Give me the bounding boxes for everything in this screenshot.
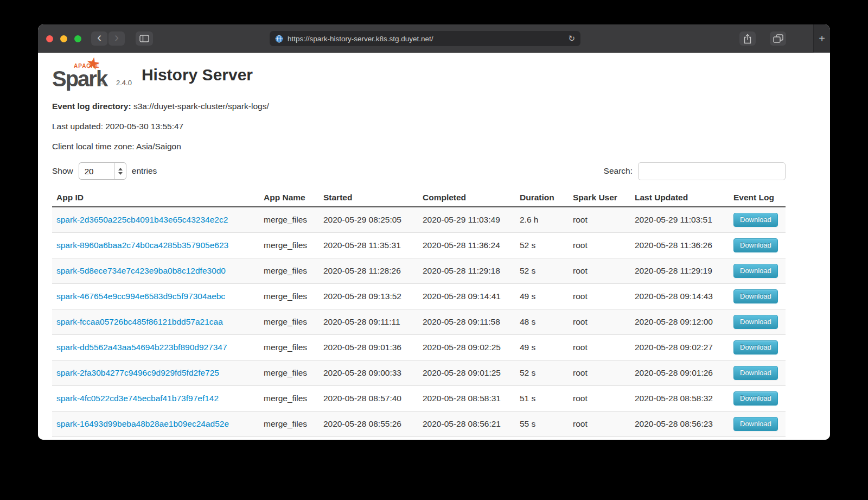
- download-button[interactable]: Download: [733, 340, 778, 355]
- browser-window: ‹ › https://spark-history-server.k8s.stg…: [38, 24, 830, 440]
- search-input[interactable]: [638, 162, 786, 180]
- app-id-cell: spark-2d3650a225cb4091b43e65c43234e2c2: [52, 207, 259, 233]
- app-id-cell: spark-fccaa05726bc485f86121bdd57a21caa: [52, 309, 259, 335]
- page-header: APACHE ★ Spark ™ 2.4.0 History Server: [52, 58, 786, 92]
- column-header-duration[interactable]: Duration: [515, 189, 569, 207]
- event-log-cell: Download: [729, 258, 786, 284]
- column-header-spark-user[interactable]: Spark User: [569, 189, 630, 207]
- started-cell: 2020-05-28 11:35:31: [319, 233, 418, 258]
- close-window-button[interactable]: [46, 35, 53, 42]
- last-updated-cell: 2020-05-28 09:12:00: [630, 309, 729, 335]
- window-controls: [46, 35, 81, 42]
- reload-button[interactable]: ↻: [568, 34, 575, 43]
- started-cell: 2020-05-29 08:25:05: [319, 207, 418, 233]
- forward-button[interactable]: ›: [108, 31, 125, 46]
- table-row: spark-87301b89320f4a3fb671a904c4fad799me…: [52, 437, 786, 440]
- server-info: Event log directory: s3a://duyet-spark-c…: [52, 102, 786, 151]
- app-id-link[interactable]: spark-4fc0522cd3e745ecbaf41b73f97ef142: [56, 394, 219, 403]
- column-header-app-name[interactable]: App Name: [259, 189, 319, 207]
- download-button[interactable]: Download: [733, 289, 778, 303]
- spark-user-cell: root: [569, 360, 630, 386]
- address-bar[interactable]: https://spark-history-server.k8s.stg.duy…: [270, 31, 580, 46]
- download-button[interactable]: Download: [733, 264, 778, 278]
- duration-cell: 51 s: [515, 386, 569, 412]
- sidebar-icon: [139, 35, 149, 42]
- back-button[interactable]: ‹: [91, 31, 107, 46]
- entries-per-page-select[interactable]: 20: [79, 162, 126, 180]
- app-name-cell: merge_files: [259, 335, 319, 360]
- app-id-link[interactable]: spark-dd5562a43aa54694b223bf890d927347: [56, 343, 227, 352]
- search-label: Search:: [604, 166, 633, 176]
- last-updated-cell: 2020-05-28 09:02:27: [630, 335, 729, 360]
- app-id-link[interactable]: spark-467654e9cc994e6583d9c5f97304aebc: [56, 292, 225, 301]
- app-id-link[interactable]: spark-fccaa05726bc485f86121bdd57a21caa: [56, 317, 223, 326]
- duration-cell: 48 s: [515, 309, 569, 335]
- table-row: spark-8960a6baa2c74b0ca4285b357905e623me…: [52, 233, 786, 258]
- event-log-cell: Download: [729, 284, 786, 309]
- download-button[interactable]: Download: [733, 417, 778, 431]
- duration-cell: 2.6 h: [515, 207, 569, 233]
- table-row: spark-467654e9cc994e6583d9c5f97304aebcme…: [52, 284, 786, 309]
- duration-cell: 49 s: [515, 284, 569, 309]
- tab-overview-button[interactable]: [770, 31, 786, 46]
- table-row: spark-4fc0522cd3e745ecbaf41b73f97ef142me…: [52, 386, 786, 412]
- column-header-event-log[interactable]: Event Log: [729, 189, 786, 207]
- started-cell: 2020-05-28 08:57:40: [319, 386, 418, 412]
- table-row: spark-5d8ece734e7c423e9ba0b8c12dfe30d0me…: [52, 258, 786, 284]
- column-header-app-id[interactable]: App ID: [52, 189, 259, 207]
- last-updated-cell: 2020-05-28 08:55:30: [630, 437, 729, 440]
- event-log-cell: Download: [729, 233, 786, 258]
- app-id-cell: spark-dd5562a43aa54694b223bf890d927347: [52, 335, 259, 360]
- event-log-cell: Download: [729, 386, 786, 412]
- event-log-directory-label: Event log directory:: [52, 102, 131, 111]
- page-content: APACHE ★ Spark ™ 2.4.0 History Server Ev…: [38, 53, 830, 440]
- column-header-started[interactable]: Started: [319, 189, 418, 207]
- started-cell: 2020-05-28 09:13:52: [319, 284, 418, 309]
- zoom-window-button[interactable]: [74, 35, 81, 42]
- entries-control: Show 20 entries: [52, 162, 157, 180]
- minimize-window-button[interactable]: [60, 35, 67, 42]
- tabs-icon: [773, 34, 783, 43]
- share-button[interactable]: [739, 31, 756, 46]
- started-cell: 2020-05-28 09:01:36: [319, 335, 418, 360]
- download-button[interactable]: Download: [733, 391, 778, 406]
- event-log-cell: Download: [729, 207, 786, 233]
- completed-cell: 2020-05-28 08:58:31: [418, 386, 515, 412]
- completed-cell: 2020-05-28 09:02:25: [418, 335, 515, 360]
- app-table-body: spark-2d3650a225cb4091b43e65c43234e2c2me…: [52, 207, 786, 440]
- app-id-link[interactable]: spark-16493d99beba48b28ae1b09ec24ad52e: [56, 419, 229, 428]
- entries-select-value: 20: [79, 167, 114, 176]
- event-log-cell: Download: [729, 360, 786, 386]
- download-button[interactable]: Download: [733, 366, 778, 380]
- spark-user-cell: root: [569, 437, 630, 440]
- spark-user-cell: root: [569, 309, 630, 335]
- started-cell: 2020-05-28 08:54:10: [319, 437, 418, 440]
- timezone-line: Client local time zone: Asia/Saigon: [52, 142, 786, 151]
- app-id-link[interactable]: spark-8960a6baa2c74b0ca4285b357905e623: [56, 240, 228, 250]
- sidebar-toggle-button[interactable]: [136, 31, 153, 46]
- app-id-link[interactable]: spark-2fa30b4277c9496c9d929fd5fd2fe725: [56, 368, 219, 377]
- completed-cell: 2020-05-28 11:29:18: [418, 258, 515, 284]
- duration-cell: 52 s: [515, 233, 569, 258]
- app-id-link[interactable]: spark-2d3650a225cb4091b43e65c43234e2c2: [56, 215, 228, 224]
- last-updated-line: Last updated: 2020-05-30 13:55:47: [52, 122, 786, 131]
- table-controls: Show 20 entries Search:: [52, 162, 786, 180]
- table-row: spark-dd5562a43aa54694b223bf890d927347me…: [52, 335, 786, 360]
- download-button[interactable]: Download: [733, 213, 778, 227]
- started-cell: 2020-05-28 08:55:26: [319, 412, 418, 437]
- app-name-cell: merge_files: [259, 233, 319, 258]
- new-tab-button[interactable]: +: [819, 33, 825, 45]
- spark-user-cell: root: [569, 386, 630, 412]
- app-id-link[interactable]: spark-5d8ece734e7c423e9ba0b8c12dfe30d0: [56, 266, 226, 275]
- last-updated-cell: 2020-05-29 11:03:51: [630, 207, 729, 233]
- last-updated-cell: 2020-05-28 09:14:43: [630, 284, 729, 309]
- search-control: Search:: [604, 162, 786, 180]
- completed-cell: 2020-05-28 09:14:41: [418, 284, 515, 309]
- browser-toolbar: ‹ › https://spark-history-server.k8s.stg…: [38, 24, 830, 53]
- event-log-cell: Download: [729, 309, 786, 335]
- column-header-completed[interactable]: Completed: [418, 189, 515, 207]
- app-id-cell: spark-16493d99beba48b28ae1b09ec24ad52e: [52, 412, 259, 437]
- download-button[interactable]: Download: [733, 315, 778, 329]
- column-header-last-updated[interactable]: Last Updated: [630, 189, 729, 207]
- download-button[interactable]: Download: [733, 238, 778, 252]
